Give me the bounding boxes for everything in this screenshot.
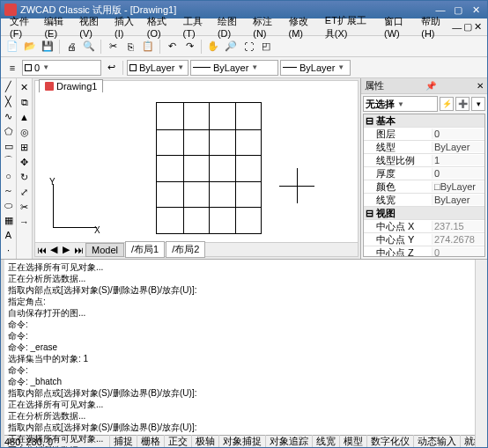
prop-row[interactable]: 线型比例1	[364, 154, 484, 167]
zoom-ext-icon[interactable]: ⛶	[240, 39, 256, 55]
move-icon[interactable]: ✥	[18, 156, 31, 168]
hatch-icon[interactable]: ▦	[3, 215, 15, 227]
document-tab[interactable]: Drawing1	[39, 79, 103, 92]
menu-file[interactable]: 文件(F)	[4, 13, 39, 40]
tab-model[interactable]: Model	[85, 243, 124, 257]
drawing-canvas[interactable]: X Y	[37, 93, 356, 242]
selection-combo[interactable]: 无选择 ▼	[363, 96, 438, 112]
prop-value[interactable]: 0	[432, 168, 484, 179]
maximize-button[interactable]: ▢	[450, 3, 466, 17]
pickadd-icon[interactable]: ➕	[455, 97, 470, 111]
undo-icon[interactable]: ↶	[164, 39, 180, 55]
panel-pin-icon[interactable]: 📌	[425, 81, 436, 91]
tab-prev-button[interactable]: ◀	[48, 244, 60, 255]
erase-icon[interactable]: ✕	[18, 81, 31, 93]
tab-layout2[interactable]: /布局2	[166, 241, 205, 258]
collapse-icon[interactable]: ⊟	[364, 115, 374, 127]
collapse-icon[interactable]: ⊟	[364, 208, 374, 219]
copy-obj-icon[interactable]: ⧉	[18, 96, 31, 108]
color-swatch-icon	[129, 64, 137, 71]
new-icon[interactable]: 📄	[4, 39, 20, 55]
layer-prev-icon[interactable]: ↩	[103, 60, 119, 76]
preview-icon[interactable]: 🔍	[81, 39, 97, 55]
color-combo[interactable]: ByLayer ▼	[127, 60, 189, 76]
print-icon[interactable]: 🖨	[63, 39, 79, 55]
menu-edit[interactable]: 编辑(E)	[39, 13, 74, 40]
prop-label: 中心点 X	[374, 220, 432, 233]
copy-icon[interactable]: ⎘	[122, 39, 138, 55]
array-icon[interactable]: ⊞	[18, 141, 31, 153]
menu-et[interactable]: ET扩展工具(X)	[320, 12, 379, 42]
prop-value[interactable]: ByLayer	[432, 195, 484, 205]
ellipse-icon[interactable]: ⬭	[3, 200, 15, 212]
menu-window[interactable]: 窗口(W)	[379, 13, 416, 40]
command-scrollbar[interactable]	[475, 260, 487, 448]
prop-row[interactable]: 线宽ByLayer	[364, 194, 484, 207]
mirror-icon[interactable]: ▲	[18, 111, 31, 123]
linetype-value: ByLayer	[213, 62, 248, 73]
prop-row[interactable]: 厚度0	[364, 167, 484, 180]
scale-icon[interactable]: ⤢	[18, 186, 31, 198]
menu-format[interactable]: 格式(O)	[142, 13, 178, 40]
filter-icon[interactable]: ▾	[471, 97, 485, 111]
prop-section-header[interactable]: ⊟视图	[364, 207, 484, 220]
spline-icon[interactable]: ～	[3, 185, 15, 197]
tab-last-button[interactable]: ⏭	[72, 245, 85, 255]
cut-icon[interactable]: ✂	[105, 39, 121, 55]
text-icon[interactable]: A	[3, 229, 15, 241]
menu-view[interactable]: 视图(V)	[74, 13, 109, 40]
doc-restore-button[interactable]: ▢	[462, 21, 473, 33]
panel-close-icon[interactable]: ✕	[477, 81, 484, 91]
save-icon[interactable]: 💾	[40, 39, 55, 55]
xline-icon[interactable]: ╳	[3, 96, 15, 108]
prop-row[interactable]: 线型ByLayer	[364, 141, 484, 154]
layer-mgr-icon[interactable]: ≡	[4, 60, 20, 76]
prop-section-header[interactable]: ⊟基本	[364, 114, 484, 128]
offset-icon[interactable]: ◎	[18, 126, 31, 138]
menu-dim[interactable]: 标注(N)	[248, 13, 283, 40]
extend-icon[interactable]: →	[18, 216, 31, 228]
zoom-win-icon[interactable]: ◰	[258, 39, 274, 55]
prop-value[interactable]: 1	[432, 155, 484, 165]
prop-row[interactable]: 中心点 X237.15	[364, 220, 484, 233]
circle-icon[interactable]: ○	[3, 170, 15, 182]
prop-row[interactable]: 图层0	[364, 128, 484, 141]
trim-icon[interactable]: ✂	[18, 201, 31, 213]
pan-icon[interactable]: ✋	[205, 39, 221, 55]
prop-value[interactable]: 0	[432, 129, 484, 139]
tab-next-button[interactable]: ▶	[60, 244, 72, 255]
paste-icon[interactable]: 📋	[140, 39, 156, 55]
open-icon[interactable]: 📂	[22, 39, 38, 55]
prop-row[interactable]: 中心点 Y274.2678	[364, 233, 484, 246]
zoom-icon[interactable]: 🔎	[223, 39, 239, 55]
quickselect-icon[interactable]: ⚡	[440, 97, 454, 111]
line-icon[interactable]: ╱	[3, 81, 15, 93]
arc-icon[interactable]: ⌒	[3, 155, 15, 167]
polygon-icon[interactable]: ⬠	[3, 125, 15, 137]
prop-row[interactable]: 颜色□ByLayer	[364, 180, 484, 194]
chevron-down-icon: ▼	[337, 63, 344, 71]
menu-modify[interactable]: 修改(M)	[284, 13, 320, 40]
doc-minimize-button[interactable]: —	[452, 21, 462, 33]
menu-draw[interactable]: 绘图(D)	[212, 13, 248, 40]
prop-row[interactable]: 中心点 Z0	[364, 246, 484, 257]
prop-value[interactable]: ByLayer	[432, 142, 484, 152]
menu-insert[interactable]: 插入(I)	[109, 13, 142, 40]
linetype-combo[interactable]: ByLayer ▼	[190, 60, 278, 76]
prop-value[interactable]: □ByLayer	[432, 181, 484, 192]
tab-first-button[interactable]: ⏮	[35, 245, 48, 255]
menu-tools[interactable]: 工具(T)	[178, 13, 212, 40]
redo-icon[interactable]: ↷	[181, 39, 197, 55]
doc-close-button[interactable]: ✕	[473, 21, 484, 33]
point-icon[interactable]: ·	[3, 244, 15, 256]
menu-help[interactable]: 帮助(H)	[416, 13, 451, 40]
lineweight-combo[interactable]: ByLayer ▼	[280, 60, 351, 76]
polyline-icon[interactable]: ∿	[3, 111, 15, 123]
tab-layout1[interactable]: /布局1	[125, 241, 165, 258]
lineweight-icon	[283, 67, 297, 68]
command-history[interactable]: 正在选择所有可见对象... 正在分析所选数据... 指取内部点或[选择对象(S)…	[4, 260, 475, 448]
layer-combo[interactable]: 0 ▼	[22, 60, 101, 76]
rectangle-icon[interactable]: ▭	[3, 140, 15, 152]
rotate-icon[interactable]: ↻	[18, 171, 31, 183]
close-button[interactable]: ✕	[468, 3, 484, 17]
